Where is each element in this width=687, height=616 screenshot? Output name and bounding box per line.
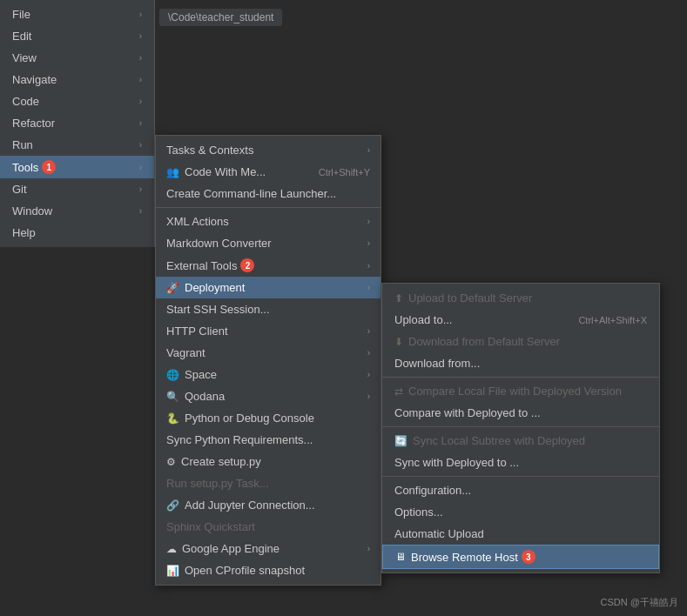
sub-item-code-with-me[interactable]: 👥 Code With Me... Ctrl+Shift+Y bbox=[156, 161, 381, 183]
shortcut-label: Ctrl+Shift+Y bbox=[319, 167, 370, 177]
sub-item-sync-python[interactable]: Sync Python Requirements... bbox=[156, 429, 381, 451]
cprofile-icon: 📊 bbox=[166, 565, 179, 577]
arrow-icon: › bbox=[139, 184, 142, 194]
shortcut-label: Ctrl+Alt+Shift+X bbox=[578, 315, 647, 325]
sub-item-qodana[interactable]: 🔍 Qodana › bbox=[156, 385, 381, 407]
arrow-icon: › bbox=[139, 206, 142, 216]
dep-download-from[interactable]: Download from... bbox=[382, 352, 659, 374]
sub-item-sphinx: Sphinx Quickstart bbox=[156, 516, 381, 538]
dep-download-default: ⬇ Download from Default Server bbox=[382, 331, 659, 352]
arrow-icon: › bbox=[139, 140, 142, 150]
arrow-icon: › bbox=[139, 31, 142, 41]
main-menu: File › Edit › View › Navigate › Code › R… bbox=[0, 0, 155, 247]
sub-item-xml-actions[interactable]: XML Actions › bbox=[156, 211, 381, 232]
arrow-icon: › bbox=[367, 283, 370, 292]
tools-badge: 1 bbox=[42, 160, 56, 174]
menu-item-view[interactable]: View › bbox=[0, 47, 154, 69]
menu-item-file[interactable]: File › bbox=[0, 3, 154, 25]
space-icon: 🌐 bbox=[166, 369, 179, 381]
sub-item-http-client[interactable]: HTTP Client › bbox=[156, 320, 381, 342]
sub-item-deployment[interactable]: 🚀 Deployment › bbox=[156, 277, 381, 298]
dep-sync-local: 🔄 Sync Local Subtree with Deployed bbox=[382, 430, 659, 452]
python-icon: 🐍 bbox=[166, 412, 179, 425]
menu-item-edit[interactable]: Edit › bbox=[0, 25, 154, 47]
arrow-icon: › bbox=[139, 53, 142, 63]
menu-item-run[interactable]: Run › bbox=[0, 134, 154, 156]
upload-icon: ⬆ bbox=[394, 292, 403, 305]
arrow-icon: › bbox=[139, 163, 142, 172]
arrow-icon: › bbox=[139, 10, 142, 19]
dep-upload-default: ⬆ Upload to Default Server bbox=[382, 287, 659, 309]
dep-sync-deployed[interactable]: Sync with Deployed to ... bbox=[382, 452, 659, 473]
external-tools-badge: 2 bbox=[240, 258, 254, 272]
sub-item-space[interactable]: 🌐 Space › bbox=[156, 364, 381, 385]
menu-item-navigate[interactable]: Navigate › bbox=[0, 69, 154, 90]
arrow-icon: › bbox=[367, 217, 370, 226]
setup-icon: ⚙ bbox=[166, 456, 176, 468]
arrow-icon: › bbox=[367, 370, 370, 379]
divider bbox=[156, 207, 381, 208]
title-bar: \Code\teacher_student bbox=[159, 9, 282, 26]
arrow-icon: › bbox=[367, 238, 370, 248]
menu-item-code[interactable]: Code › bbox=[0, 90, 154, 112]
arrow-icon: › bbox=[367, 261, 370, 271]
tools-submenu: Tasks & Contexts › 👥 Code With Me... Ctr… bbox=[155, 135, 381, 586]
monitor-icon: 🖥 bbox=[395, 551, 406, 563]
sub-item-cmdline-launcher[interactable]: Create Command-line Launcher... bbox=[156, 183, 381, 204]
compare-icon: ⇄ bbox=[394, 385, 403, 398]
google-icon: ☁ bbox=[166, 543, 177, 555]
arrow-icon: › bbox=[367, 544, 370, 553]
dep-upload-to[interactable]: Upload to... Ctrl+Alt+Shift+X bbox=[382, 309, 659, 331]
divider bbox=[382, 476, 659, 477]
arrow-icon: › bbox=[367, 326, 370, 336]
sub-item-markdown[interactable]: Markdown Converter › bbox=[156, 232, 381, 254]
watermark: CSDN @千禧皓月 bbox=[601, 596, 678, 609]
divider bbox=[382, 426, 659, 427]
sub-item-external-tools[interactable]: External Tools 2 › bbox=[156, 254, 381, 277]
sub-item-run-setup: Run setup.py Task... bbox=[156, 472, 381, 494]
arrow-icon: › bbox=[139, 118, 142, 128]
dep-browse-remote-host[interactable]: 🖥 Browse Remote Host 3 bbox=[382, 545, 659, 569]
deployment-icon: 🚀 bbox=[166, 282, 179, 294]
dep-compare-deployed[interactable]: Compare with Deployed to ... bbox=[382, 402, 659, 424]
dep-compare-local: ⇄ Compare Local File with Deployed Versi… bbox=[382, 380, 659, 402]
arrow-icon: › bbox=[367, 392, 370, 401]
browse-remote-badge: 3 bbox=[522, 550, 535, 564]
jupyter-icon: 🔗 bbox=[166, 499, 179, 512]
dep-configuration[interactable]: Configuration... bbox=[382, 479, 659, 501]
arrow-icon: › bbox=[367, 348, 370, 358]
arrow-icon: › bbox=[139, 75, 142, 84]
sub-item-python-debug-console[interactable]: 🐍 Python or Debug Console bbox=[156, 407, 381, 429]
menu-item-refactor[interactable]: Refactor › bbox=[0, 112, 154, 134]
sync-icon: 🔄 bbox=[394, 435, 407, 447]
sub-item-jupyter[interactable]: 🔗 Add Jupyter Connection... bbox=[156, 494, 381, 516]
dep-options[interactable]: Options... bbox=[382, 501, 659, 523]
menu-item-window[interactable]: Window › bbox=[0, 200, 154, 222]
menu-item-tools[interactable]: Tools 1 › bbox=[0, 156, 154, 178]
divider bbox=[382, 377, 659, 378]
people-icon: 👥 bbox=[166, 166, 179, 178]
sub-item-vagrant[interactable]: Vagrant › bbox=[156, 342, 381, 364]
sub-item-google-app-engine[interactable]: ☁ Google App Engine › bbox=[156, 538, 381, 559]
sub-item-create-setup[interactable]: ⚙ Create setup.py bbox=[156, 451, 381, 472]
sub-item-ssh[interactable]: Start SSH Session... bbox=[156, 298, 381, 320]
qodana-icon: 🔍 bbox=[166, 391, 179, 403]
sub-item-tasks[interactable]: Tasks & Contexts › bbox=[156, 139, 381, 161]
dep-auto-upload[interactable]: Automatic Upload bbox=[382, 523, 659, 545]
menu-item-help[interactable]: Help bbox=[0, 222, 154, 244]
deployment-submenu: ⬆ Upload to Default Server Upload to... … bbox=[381, 283, 660, 573]
menu-item-git[interactable]: Git › bbox=[0, 178, 154, 200]
arrow-icon: › bbox=[139, 97, 142, 106]
download-icon: ⬇ bbox=[394, 336, 403, 348]
arrow-icon: › bbox=[367, 145, 370, 155]
sub-item-cprofile[interactable]: 📊 Open CProfile snapshot bbox=[156, 559, 381, 581]
